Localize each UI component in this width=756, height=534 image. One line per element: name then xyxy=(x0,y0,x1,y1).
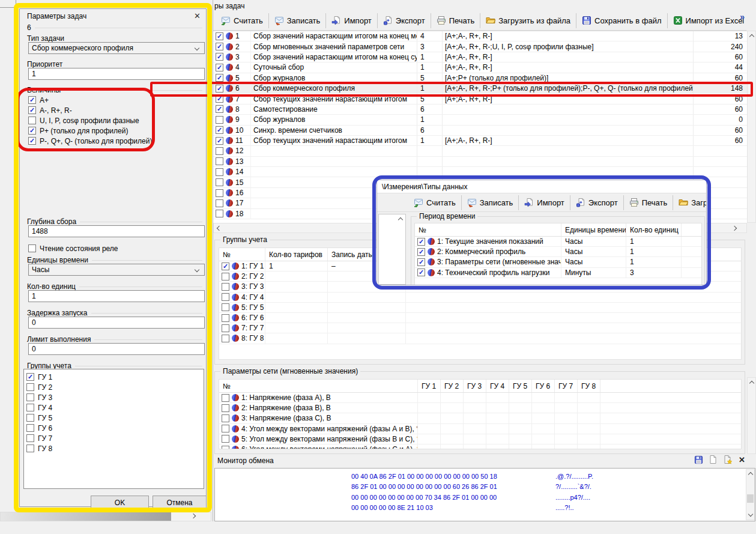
date-record: – xyxy=(331,262,336,270)
scroll-up-icon[interactable] xyxy=(749,381,754,386)
row-number: 8 xyxy=(235,105,240,114)
group-row[interactable]: 6: ГУ 6 xyxy=(219,313,741,323)
network-row[interactable]: 1: Напряжение (фаза А), В xyxy=(219,393,741,403)
page-export-icon xyxy=(383,16,393,25)
toolbar-overflow-icon[interactable]: » xyxy=(740,12,745,22)
checkbox[interactable] xyxy=(222,324,229,332)
task-row[interactable]: 13 xyxy=(213,157,747,167)
toolbar-button-folder-open[interactable]: Загрузить из файла xyxy=(480,13,576,29)
task-count: 1 xyxy=(420,115,425,124)
save-icon[interactable] xyxy=(694,455,703,464)
column-header: № xyxy=(219,248,265,261)
checkbox[interactable]: ✓ xyxy=(216,137,223,145)
checkbox[interactable]: ✓ xyxy=(216,32,223,40)
checkbox[interactable] xyxy=(222,273,229,281)
monitor-vscrollbar[interactable] xyxy=(746,469,755,520)
task-row[interactable]: ✓8Самотестирование660 xyxy=(213,105,747,115)
checkbox[interactable]: ✓ xyxy=(216,64,223,71)
clear-log-icon[interactable] xyxy=(723,455,733,464)
scroll-up-icon[interactable] xyxy=(748,472,752,477)
toolbar-button-printer[interactable]: Печать xyxy=(431,13,480,29)
checkbox[interactable] xyxy=(216,189,223,197)
sphere-icon xyxy=(226,210,233,217)
close-icon[interactable]: ✕ xyxy=(739,455,745,464)
group-row[interactable]: 8: ГУ 8 xyxy=(219,333,741,344)
task-row[interactable]: ✓4Суточный сбор1[A+;A-, R+, R-]44 xyxy=(213,62,747,73)
checkbox[interactable] xyxy=(222,394,229,402)
checkbox[interactable]: ✓ xyxy=(216,74,223,82)
toolbar-button-page-import[interactable]: Импорт xyxy=(326,13,376,29)
checkbox[interactable] xyxy=(222,414,229,422)
task-values: [A+;A-, R+, R-] xyxy=(445,63,492,71)
checkbox[interactable] xyxy=(216,157,223,165)
network-row[interactable]: 5: Угол между векторами напряжений (фазы… xyxy=(219,434,741,444)
checkbox[interactable] xyxy=(222,303,229,311)
checkbox[interactable] xyxy=(222,335,229,342)
sphere-icon xyxy=(226,147,233,154)
toolbar-button-label: Импорт xyxy=(344,16,371,25)
task-row[interactable]: 9Сбор журналов10 xyxy=(213,115,747,125)
scrollbar-thumb[interactable] xyxy=(747,494,754,503)
task-row[interactable]: ✓1Сбор значений нарастающим итогом на ко… xyxy=(213,31,747,41)
group-row[interactable]: 5: ГУ 5 xyxy=(219,303,741,313)
group-row[interactable]: 4: ГУ 4 xyxy=(219,293,741,303)
network-table-vscrollbar[interactable] xyxy=(747,377,756,454)
network-row[interactable]: 3: Напряжение (фаза С), В xyxy=(219,413,741,423)
checkbox[interactable] xyxy=(222,446,229,449)
left-panel-hscrollbar[interactable] xyxy=(0,512,211,521)
sphere-icon xyxy=(232,394,239,401)
checkbox[interactable] xyxy=(216,178,223,186)
sphere-icon xyxy=(226,32,233,40)
toolbar-button-page-export[interactable]: Экспорт xyxy=(378,13,431,29)
ascii-line: .@.?/.........P. xyxy=(555,472,593,482)
checkbox[interactable]: ✓ xyxy=(216,43,223,50)
checkbox[interactable] xyxy=(222,425,229,432)
column-header: ГУ 7 xyxy=(554,380,577,392)
checkbox[interactable]: ✓ xyxy=(216,126,223,134)
toolbar-button-excel[interactable]: Импорт из Excel xyxy=(668,13,746,29)
scroll-up-icon[interactable] xyxy=(749,34,754,39)
checkbox[interactable] xyxy=(216,147,223,155)
scroll-down-icon[interactable] xyxy=(748,512,752,517)
network-row[interactable]: 4: Угол между векторами напряжений (фазы… xyxy=(219,424,741,434)
sphere-icon xyxy=(226,179,233,186)
group-label: 3: ГУ 3 xyxy=(241,282,264,291)
task-row[interactable]: ✓11Сбор текущих значений нарастающим ито… xyxy=(213,136,747,146)
checkbox[interactable] xyxy=(222,435,229,443)
checkbox[interactable] xyxy=(216,116,223,124)
checkbox[interactable] xyxy=(216,210,223,217)
page-title: ры задач xyxy=(214,2,244,10)
folder-open-icon xyxy=(486,16,495,25)
checkbox[interactable] xyxy=(222,314,229,322)
task-row[interactable]: ✓2Сбор мгновенных значений параметров се… xyxy=(213,41,747,52)
task-row[interactable]: ✓3Сбор значений нарастающим итогом на ко… xyxy=(213,52,747,62)
group-row[interactable]: 7: ГУ 7 xyxy=(219,323,741,333)
mail-read-icon xyxy=(221,16,231,25)
task-row[interactable]: 12 xyxy=(213,146,747,156)
task-values: [A+;A-, R+, R-] xyxy=(445,136,492,145)
task-row[interactable]: ✓10Синхр. времени счетчиков660 xyxy=(213,126,747,136)
scroll-left-icon[interactable] xyxy=(217,225,222,230)
network-row[interactable]: 2: Напряжение (фаза В), В xyxy=(219,403,741,413)
monitor-title: Монитор обмена xyxy=(217,457,274,465)
checkbox[interactable] xyxy=(222,404,229,412)
new-page-icon[interactable] xyxy=(709,455,718,464)
checkbox[interactable] xyxy=(216,199,223,207)
row-number: 14 xyxy=(235,168,243,176)
scroll-right-icon[interactable] xyxy=(732,225,737,230)
toolbar-button-mail-write[interactable]: Записать xyxy=(269,13,326,29)
checkbox[interactable]: ✓ xyxy=(216,53,223,61)
checkbox[interactable]: ✓ xyxy=(222,262,229,270)
parameter-label: 5: Угол между векторами напряжений (фазы… xyxy=(241,435,417,443)
task-interval: 240 xyxy=(731,43,743,51)
checkbox[interactable] xyxy=(222,283,229,291)
checkbox[interactable] xyxy=(216,168,223,176)
toolbar-button-floppy[interactable]: Сохранить в файл xyxy=(576,13,667,29)
network-row[interactable]: 6: Угол между векторами напряжений (фазы… xyxy=(219,444,741,449)
scroll-right-icon[interactable] xyxy=(191,514,196,518)
scrollbar-thumb[interactable] xyxy=(1,512,171,521)
toolbar-button-mail-read[interactable]: Считать xyxy=(216,13,268,29)
checkbox[interactable]: ✓ xyxy=(216,105,223,113)
task-table-vscrollbar[interactable] xyxy=(747,31,756,223)
checkbox[interactable] xyxy=(222,293,229,301)
